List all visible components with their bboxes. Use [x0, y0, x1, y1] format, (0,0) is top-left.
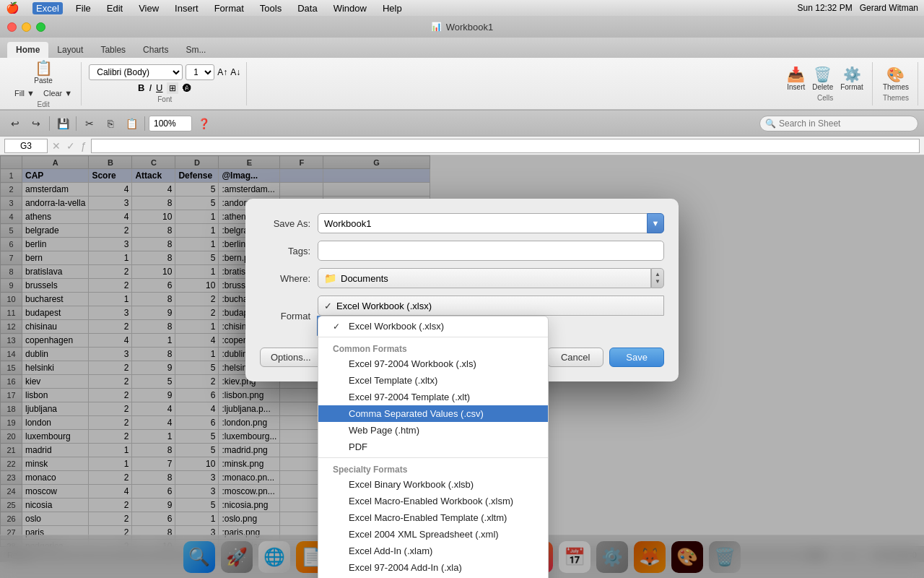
paste-button[interactable]: 📋 Paste	[31, 59, 56, 86]
filename-arrow-button[interactable]: ▼	[647, 213, 664, 233]
cell-reference-input[interactable]	[4, 139, 48, 153]
dialog-overlay: Save As: ▼ Tags: Where: 📁 Documents	[0, 155, 924, 578]
format-option-label: Excel Binary Workbook (.xlsb)	[349, 479, 474, 490]
search-sheet-input[interactable]	[759, 116, 918, 131]
copy-button[interactable]: ⎘	[101, 114, 120, 133]
format-option-xlsx[interactable]: ✓ Excel Workbook (.xlsx)	[318, 316, 548, 335]
format-icon: ⚙️	[843, 67, 861, 82]
tab-home[interactable]: Home	[7, 42, 48, 58]
redo-button[interactable]: ↪	[27, 114, 45, 133]
format-option-xltx[interactable]: Excel Template (.xltx)	[318, 372, 548, 389]
bold-button[interactable]: B	[138, 82, 144, 93]
cancel-button[interactable]: Cancel	[547, 348, 603, 367]
format-option-xlsm[interactable]: Excel Macro-Enabled Workbook (.xlsm)	[318, 493, 548, 509]
format-option-label: Excel Workbook (.xlsx)	[349, 321, 444, 332]
section-header-common: Common Formats	[318, 340, 548, 355]
format-option-xml[interactable]: Excel 2004 XML Spreadsheet (.xml)	[318, 526, 548, 543]
underline-button[interactable]: U	[156, 82, 162, 93]
format-option-label: Excel 97-2004 Add-In (.xla)	[349, 562, 462, 573]
undo-button[interactable]: ↩	[6, 114, 25, 133]
menu-view[interactable]: View	[136, 3, 162, 14]
toolbar-right: 🔍	[759, 116, 918, 131]
where-stepper[interactable]: ▲ ▼	[651, 268, 664, 288]
clear-button[interactable]: Clear ▼	[40, 87, 75, 99]
options-button[interactable]: Options...	[260, 348, 322, 367]
where-label: Where:	[260, 273, 318, 284]
menu-window[interactable]: Window	[331, 3, 370, 14]
format-option-xls[interactable]: Excel 97-2004 Workbook (.xls)	[318, 355, 548, 372]
stepper-down-icon: ▼	[655, 279, 661, 285]
ribbon-section-cells: 📥 Insert 🗑️ Delete ⚙️ Format Cells	[778, 62, 873, 105]
maximize-button[interactable]	[36, 22, 45, 32]
ribbon-tabs: Home Layout Tables Charts Sm...	[0, 38, 924, 58]
menu-edit[interactable]: Edit	[104, 3, 126, 14]
fill-button[interactable]: Fill ▼	[12, 87, 38, 99]
tab-tables[interactable]: Tables	[92, 42, 134, 58]
menu-tools[interactable]: Tools	[257, 3, 284, 14]
zoom-input[interactable]	[149, 116, 192, 131]
format-option-label: Web Page (.htm)	[349, 425, 419, 436]
tags-label: Tags:	[260, 246, 318, 256]
insert-icon: 📥	[787, 67, 805, 82]
format-option-xlam[interactable]: Excel Add-In (.xlam)	[318, 543, 548, 559]
delete-icon: 🗑️	[814, 67, 832, 82]
tags-input[interactable]	[318, 241, 664, 261]
tab-more[interactable]: Sm...	[177, 42, 214, 58]
format-option-xltm[interactable]: Excel Macro-Enabled Template (.xltm)	[318, 509, 548, 526]
menu-file[interactable]: File	[73, 3, 94, 14]
save-button[interactable]: 💾	[53, 114, 72, 133]
italic-button[interactable]: I	[149, 82, 152, 93]
toolbar-separator2	[76, 116, 77, 131]
function-icon: ƒ	[81, 140, 87, 152]
borders-button[interactable]: ⊞	[167, 82, 178, 94]
format-option-pdf[interactable]: PDF	[318, 439, 548, 455]
edit-section-label: Edit	[38, 100, 50, 108]
tab-layout[interactable]: Layout	[48, 42, 92, 58]
format-option-xlt[interactable]: Excel 97-2004 Template (.xlt)	[318, 389, 548, 405]
folder-icon: 📁	[324, 272, 336, 284]
paste-toolbar-button[interactable]: 📋	[122, 114, 141, 133]
format-value-text: Excel Workbook (.xlsx)	[336, 301, 432, 311]
font-shrink-button[interactable]: A↓	[230, 67, 240, 77]
format-option-xlsb[interactable]: Excel Binary Workbook (.xlsb)	[318, 476, 548, 493]
tags-row: Tags:	[260, 241, 664, 261]
menu-help[interactable]: Help	[380, 3, 405, 14]
close-button[interactable]	[7, 22, 17, 32]
where-select[interactable]: 📁 Documents	[318, 268, 651, 288]
minimize-button[interactable]	[22, 22, 31, 32]
cut-button[interactable]: ✂	[80, 114, 99, 133]
formula-divider: ✕	[52, 140, 61, 152]
menu-insert[interactable]: Insert	[172, 3, 201, 14]
apple-logo-icon[interactable]: 🍎	[6, 1, 19, 14]
font-grow-button[interactable]: A↑	[217, 67, 227, 77]
save-button[interactable]: Save	[609, 348, 664, 367]
font-size-select[interactable]: 12	[186, 64, 214, 80]
menubar-right: Sun 12:32 PM Gerard Witman	[798, 3, 918, 13]
menu-data[interactable]: Data	[295, 3, 320, 14]
mac-menubar: 🍎 Excel File Edit View Insert Format Too…	[0, 0, 924, 16]
format-select-wrapper: ✓ Excel Workbook (.xlsx) ▼ ✓ Excel Workb…	[318, 296, 664, 336]
format-option-label: PDF	[349, 441, 367, 452]
format-option-xla[interactable]: Excel 97-2004 Add-In (.xla)	[318, 559, 548, 576]
menu-format[interactable]: Format	[212, 3, 247, 14]
formula-input[interactable]	[91, 139, 920, 153]
themes-button[interactable]: 🎨 Themes	[880, 66, 912, 92]
save-as-label: Save As:	[260, 218, 318, 229]
format-cells-button[interactable]: ⚙️ Format	[837, 66, 866, 92]
format-option-label: Comma Separated Values (.csv)	[349, 408, 484, 419]
format-option-htm[interactable]: Web Page (.htm)	[318, 422, 548, 439]
font-name-select[interactable]: Calibri (Body)	[89, 64, 183, 80]
insert-cells-button[interactable]: 📥 Insert	[784, 66, 808, 92]
font-section-label: Font	[157, 95, 172, 103]
menu-excel[interactable]: Excel	[32, 2, 63, 14]
traffic-lights	[7, 22, 45, 32]
help-button[interactable]: ❓	[194, 114, 213, 133]
highlight-button[interactable]: 🅐	[183, 83, 191, 93]
format-option-label: Excel Macro-Enabled Template (.xltm)	[349, 512, 507, 523]
filename-input[interactable]	[318, 213, 648, 233]
format-option-csv[interactable]: Comma Separated Values (.csv)	[318, 405, 548, 422]
tab-charts[interactable]: Charts	[134, 42, 177, 58]
format-display[interactable]: ✓ Excel Workbook (.xlsx)	[318, 296, 664, 316]
ribbon: Home Layout Tables Charts Sm... 📋 Paste …	[0, 38, 924, 111]
delete-cells-button[interactable]: 🗑️ Delete	[809, 66, 836, 92]
